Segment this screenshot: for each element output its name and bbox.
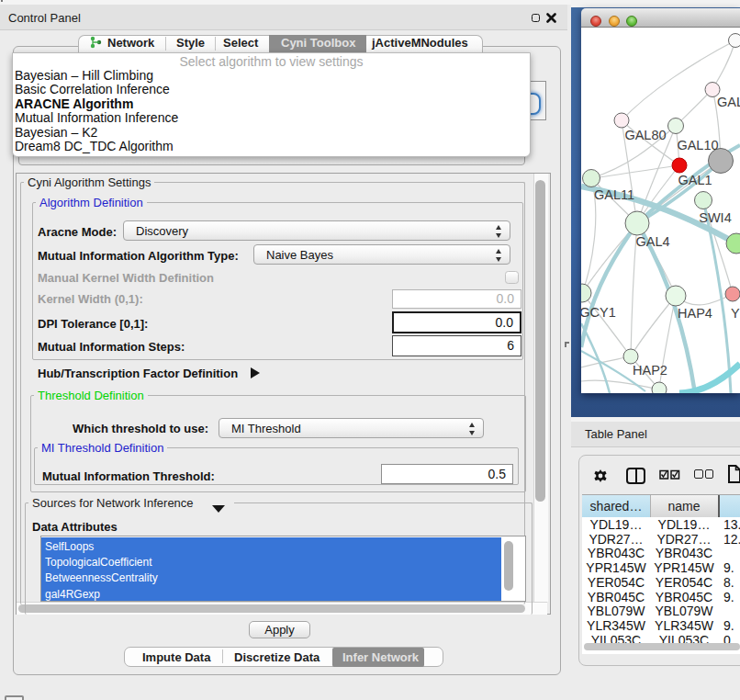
svg-text:GAL4: GAL4 xyxy=(635,234,669,249)
svg-text:GAL10: GAL10 xyxy=(677,138,718,152)
svg-text:GAL1: GAL1 xyxy=(678,173,712,187)
svg-text:SWI4: SWI4 xyxy=(699,210,731,225)
svg-text:HAP4: HAP4 xyxy=(678,306,712,321)
svg-text:Y: Y xyxy=(731,306,740,321)
svg-text:GAL11: GAL11 xyxy=(594,187,634,202)
svg-text:HAP2: HAP2 xyxy=(633,363,667,378)
svg-text:GCY1: GCY1 xyxy=(581,305,616,320)
svg-text:GAL: GAL xyxy=(717,95,740,109)
svg-text:GAL80: GAL80 xyxy=(624,128,666,142)
